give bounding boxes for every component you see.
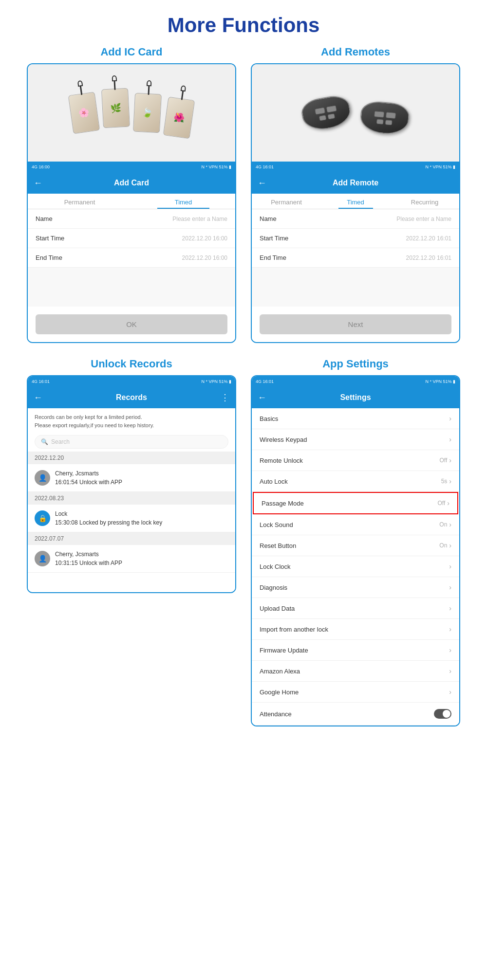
records-status-left: 4G 16:01 <box>32 379 50 384</box>
ic-cards-visual: 🌸 🌿 🍃 🌺 <box>66 84 197 142</box>
settings-label-wireless-keypad: Wireless Keypad <box>260 436 307 443</box>
ic-card-tab-permanent[interactable]: Permanent <box>28 194 131 209</box>
remotes-start-value: 2022.12.20 16:01 <box>406 235 451 242</box>
ic-card-name-label: Name <box>36 215 53 222</box>
ic-card-start-value: 2022.12.20 16:00 <box>182 235 227 242</box>
settings-chevron-auto-lock: › <box>449 477 451 485</box>
settings-label-auto-lock: Auto Lock <box>260 478 288 485</box>
settings-status-left: 4G 16:01 <box>256 379 274 384</box>
unlock-records-block: Unlock Records 4G 16:01 N * VPN 51% ▮ ← … <box>27 358 236 726</box>
settings-right-passage-mode: Off › <box>438 499 450 507</box>
record-name-2: Lock <box>55 509 162 518</box>
remotes-end-value: 2022.12.20 16:01 <box>406 254 451 261</box>
settings-item-upload-data[interactable]: Upload Data › <box>252 598 459 619</box>
settings-chevron-lock-sound: › <box>449 521 451 528</box>
remotes-tab-timed[interactable]: Timed <box>321 194 390 209</box>
settings-chevron-amazon-alexa: › <box>449 667 451 675</box>
records-date-3: 2022.07.07 <box>28 532 235 545</box>
settings-back-arrow[interactable]: ← <box>258 393 266 403</box>
remotes-name-label: Name <box>260 215 277 222</box>
settings-label-firmware-update: Firmware Update <box>260 647 308 654</box>
record-item-3: 👤 Cherry, Jcsmarts 10:31:15 Unlock with … <box>28 545 235 573</box>
settings-right-reset-button: On › <box>439 542 451 549</box>
app-settings-block: App Settings 4G 16:01 N * VPN 51% ▮ ← Se… <box>251 358 460 726</box>
remotes-footer: Next <box>252 307 459 342</box>
settings-label-lock-clock: Lock Clock <box>260 563 291 570</box>
settings-chevron-reset-button: › <box>449 542 451 549</box>
ic-card-header: ← Add Card <box>28 172 235 194</box>
settings-item-passage-mode[interactable]: Passage Mode Off › <box>253 492 458 514</box>
records-menu-dots[interactable]: ⋮ <box>221 392 229 403</box>
remotes-name-value: Please enter a Name <box>396 216 451 222</box>
settings-right-lock-sound: On › <box>439 521 451 528</box>
add-ic-card-title: Add IC Card <box>100 46 162 58</box>
attendance-toggle[interactable] <box>434 709 451 719</box>
settings-label-google-home: Google Home <box>260 689 299 696</box>
settings-item-diagnosis[interactable]: Diagnosis › <box>252 577 459 598</box>
remote-fob-1 <box>300 93 353 132</box>
settings-item-google-home[interactable]: Google Home › <box>252 682 459 703</box>
remotes-status-bar: 4G 16:01 N * VPN 51% ▮ <box>252 162 459 172</box>
ic-card-status-bar: 4G 16:00 N * VPN 51% ▮ <box>28 162 235 172</box>
settings-chevron-basics: › <box>449 415 451 422</box>
ic-card-3: 🍃 <box>133 93 162 133</box>
settings-list: Basics › Wireless Keypad › Remote Unlock… <box>252 408 459 726</box>
records-search-bar[interactable]: 🔍 Search <box>35 435 228 449</box>
records-header: ← Records ⋮ <box>28 387 235 408</box>
settings-item-import-lock[interactable]: Import from another lock › <box>252 619 459 640</box>
ic-card-tabs: Permanent Timed <box>28 194 235 209</box>
record-text-2: Lock 15:30:08 Locked by pressing the loc… <box>55 509 162 527</box>
settings-item-reset-button[interactable]: Reset Button On › <box>252 535 459 556</box>
settings-header-title: Settings <box>340 393 371 402</box>
ic-card-name-row: Name Please enter a Name <box>28 209 235 229</box>
settings-item-attendance[interactable]: Attendance <box>252 703 459 726</box>
remotes-start-label: Start Time <box>260 235 288 242</box>
settings-item-lock-clock[interactable]: Lock Clock › <box>252 556 459 577</box>
settings-item-auto-lock[interactable]: Auto Lock 5s › <box>252 471 459 492</box>
ic-card-1: 🌸 <box>68 92 100 134</box>
record-detail-3: 10:31:15 Unlock with APP <box>55 559 122 567</box>
record-avatar-1: 👤 <box>35 470 50 486</box>
settings-label-basics: Basics <box>260 415 278 422</box>
remotes-name-row: Name Please enter a Name <box>252 209 459 229</box>
settings-chevron-upload-data: › <box>449 604 451 612</box>
add-remotes-title: Add Remotes <box>321 46 390 58</box>
ic-card-tab-timed[interactable]: Timed <box>131 194 235 209</box>
settings-item-amazon-alexa[interactable]: Amazon Alexa › <box>252 661 459 682</box>
records-header-title: Records <box>116 393 147 402</box>
ic-card-2: 🌿 <box>101 88 130 128</box>
add-ic-card-block: Add IC Card 🌸 🌿 <box>27 46 236 343</box>
settings-item-basics[interactable]: Basics › <box>252 408 459 429</box>
settings-header: ← Settings <box>252 387 459 408</box>
settings-item-remote-unlock[interactable]: Remote Unlock Off › <box>252 450 459 471</box>
settings-item-firmware-update[interactable]: Firmware Update › <box>252 640 459 661</box>
ic-card-ok-button[interactable]: OK <box>36 314 227 334</box>
unlock-records-title: Unlock Records <box>91 358 172 370</box>
app-settings-title: App Settings <box>322 358 389 370</box>
remotes-tab-permanent[interactable]: Permanent <box>252 194 321 209</box>
ic-card-back-arrow[interactable]: ← <box>34 178 42 188</box>
ic-card-start-row: Start Time 2022.12.20 16:00 <box>28 229 235 248</box>
unlock-records-mockup: 4G 16:01 N * VPN 51% ▮ ← Records ⋮ Recor… <box>27 375 236 593</box>
settings-item-lock-sound[interactable]: Lock Sound On › <box>252 514 459 535</box>
record-text-3: Cherry, Jcsmarts 10:31:15 Unlock with AP… <box>55 550 122 567</box>
remotes-tab-recurring[interactable]: Recurring <box>390 194 459 209</box>
records-notice-line2: Please export regularly,if you need to k… <box>35 421 228 430</box>
ic-card-start-label: Start Time <box>36 235 64 242</box>
records-back-arrow[interactable]: ← <box>34 393 42 403</box>
settings-item-wireless-keypad[interactable]: Wireless Keypad › <box>252 429 459 450</box>
settings-chevron-import-lock: › <box>449 625 451 633</box>
bottom-section-row: Unlock Records 4G 16:01 N * VPN 51% ▮ ← … <box>0 358 487 741</box>
records-status-bar: 4G 16:01 N * VPN 51% ▮ <box>28 376 235 387</box>
record-text-1: Cherry, Jcsmarts 16:01:54 Unlock with AP… <box>55 469 122 487</box>
remotes-back-arrow[interactable]: ← <box>258 178 266 188</box>
remotes-next-button[interactable]: Next <box>260 314 451 334</box>
record-item-1: 👤 Cherry, Jcsmarts 16:01:54 Unlock with … <box>28 464 235 492</box>
add-ic-card-mockup: 🌸 🌿 🍃 🌺 <box>27 63 236 343</box>
search-icon: 🔍 <box>41 438 48 445</box>
settings-value-passage-mode: Off <box>438 500 446 507</box>
settings-label-attendance: Attendance <box>260 710 292 718</box>
settings-value-reset-button: On <box>439 542 447 549</box>
remotes-end-label: End Time <box>260 254 286 261</box>
add-remotes-mockup: 4G 16:01 N * VPN 51% ▮ ← Add Remote Perm… <box>251 63 460 343</box>
